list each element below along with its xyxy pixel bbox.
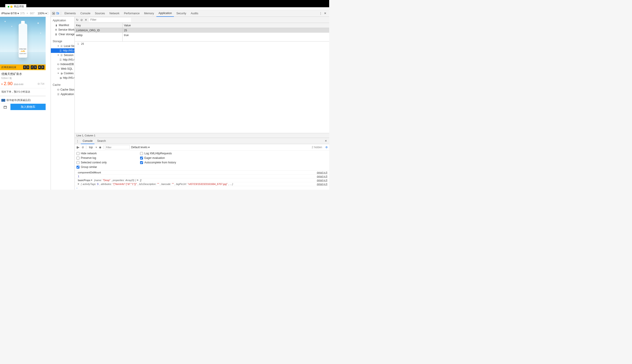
db-icon: ⛁ bbox=[57, 88, 59, 91]
sidebar-item-session-storage-origin[interactable]: ☰http://h5.m.52shangou.c bbox=[51, 58, 75, 62]
console-prompt[interactable]: › bbox=[75, 186, 329, 190]
device-select[interactable]: iPhone 6/7/8 ▾ bbox=[1, 12, 19, 15]
detail-value[interactable]: 25 bbox=[80, 42, 329, 133]
expand-icon[interactable]: ▶ bbox=[91, 179, 93, 182]
svg-rect-4 bbox=[58, 13, 59, 14]
hidden-count[interactable]: 2 hidden bbox=[312, 146, 322, 149]
drawer-tab-console[interactable]: Console bbox=[81, 138, 95, 144]
tab-elements[interactable]: Elements bbox=[63, 10, 78, 17]
sidebar-item-application-cache[interactable]: ☰Application Cache bbox=[51, 92, 75, 96]
clear-console-icon[interactable]: ⊘ bbox=[81, 146, 85, 149]
countdown-digit: 8 bbox=[41, 65, 44, 69]
tab-application[interactable]: Application bbox=[156, 10, 174, 17]
console-settings-icon[interactable]: ⚙ bbox=[325, 146, 328, 149]
browser-tab[interactable]: 商品详情 bbox=[5, 4, 26, 8]
storage-key-cell[interactable]: webp bbox=[75, 33, 122, 38]
delete-icon[interactable]: ✕ bbox=[85, 18, 87, 22]
add-to-cart-button[interactable]: 加入购物车 bbox=[11, 104, 46, 110]
product-title: 优飨天然矿泉水 bbox=[1, 72, 44, 76]
store-row[interactable]: 联华超市(西溪诚品店) bbox=[0, 97, 46, 104]
cart-icon bbox=[3, 105, 7, 109]
viewport-height[interactable]: 667 bbox=[30, 12, 35, 15]
view-count: 714 bbox=[38, 82, 44, 85]
drawer-close-icon[interactable]: × bbox=[324, 139, 328, 143]
delivery-info: 现在下单，预计1小时送达 bbox=[0, 88, 46, 97]
sidebar-item-clear-storage[interactable]: 🗑Clear storage bbox=[51, 32, 75, 36]
inspect-icon[interactable] bbox=[52, 12, 55, 15]
option-log-xhr[interactable]: Log XMLHttpRequests bbox=[140, 152, 199, 155]
sidebar-heading-cache: Cache bbox=[51, 82, 75, 87]
console-filter-input[interactable] bbox=[105, 145, 130, 149]
db-icon: ⛁ bbox=[57, 63, 59, 66]
sidebar-item-cookies-origin[interactable]: ◑http://h5.m.52shangou.c bbox=[51, 76, 75, 80]
refresh-icon[interactable]: ↻ bbox=[76, 18, 79, 22]
tab-audits[interactable]: Audits bbox=[189, 10, 200, 17]
devtools-menu-icon[interactable]: ⋮ bbox=[319, 12, 322, 15]
tab-performance[interactable]: Performance bbox=[122, 10, 142, 17]
product-spec: 518ml / 瓶 bbox=[1, 77, 44, 80]
storage-value-cell[interactable]: 25 bbox=[123, 28, 329, 33]
expand-icon[interactable]: ▶ bbox=[78, 183, 80, 186]
viewport-width[interactable]: 375 bbox=[20, 12, 25, 15]
option-autocomplete-history[interactable]: Autocomplete from history bbox=[140, 161, 199, 164]
emulator-menu-icon[interactable]: ⋮ bbox=[47, 12, 49, 15]
storage-key-cell[interactable]: LIANHUA_ORG_ID bbox=[75, 28, 122, 33]
sidebar-item-indexeddb[interactable]: ⛁IndexedDB bbox=[51, 62, 75, 66]
device-mode-icon[interactable] bbox=[56, 12, 60, 15]
storage-value-cell[interactable]: true bbox=[123, 33, 329, 38]
sidebar-item-local-storage[interactable]: ▼☰Local Storage bbox=[51, 44, 75, 48]
sidebar-item-cookies[interactable]: ▼◑Cookies bbox=[51, 71, 75, 76]
console-sidebar-icon[interactable]: ▮▸ bbox=[76, 146, 80, 149]
dimension-x-icon: × bbox=[27, 12, 28, 15]
devtools-close-icon[interactable]: ✕ bbox=[324, 12, 326, 15]
log-levels-select[interactable]: Default levels ▾ bbox=[131, 146, 150, 149]
source-link[interactable]: detail.js:8 bbox=[317, 175, 327, 178]
log-entry[interactable]: ▶ {activityTags: 9, attributes: "{"ItemI… bbox=[75, 182, 329, 186]
cart-button[interactable] bbox=[0, 104, 11, 110]
tab-sources[interactable]: Sources bbox=[93, 10, 107, 17]
currency-symbol: ¥ bbox=[1, 83, 3, 86]
line-number: 1 bbox=[75, 42, 80, 133]
cookie-icon: ◑ bbox=[60, 76, 62, 79]
option-selected-context[interactable]: Selected context only bbox=[77, 161, 136, 164]
source-link[interactable]: detail.js:8 bbox=[317, 171, 327, 174]
log-entry[interactable]: componentDidMount detail.js:8 bbox=[75, 171, 329, 174]
tab-memory[interactable]: Memory bbox=[142, 10, 156, 17]
tab-security[interactable]: Security bbox=[174, 10, 188, 17]
sidebar-item-cache-storage[interactable]: ⛁Cache Storage bbox=[51, 87, 75, 92]
chevron-down-icon: ▼ bbox=[57, 54, 59, 56]
sidebar-item-manifest[interactable]: ▮Manifest bbox=[51, 23, 75, 28]
drawer-tab-search[interactable]: Search bbox=[95, 138, 108, 144]
zoom-select[interactable]: 100% ▾ bbox=[38, 12, 47, 15]
svg-rect-1 bbox=[4, 106, 7, 108]
sidebar-item-local-storage-origin[interactable]: ☰http://h5.m.52shangou.c bbox=[51, 48, 75, 53]
tab-console[interactable]: Console bbox=[78, 10, 92, 17]
column-header-key[interactable]: Key bbox=[75, 23, 122, 28]
option-hide-network[interactable]: Hide network bbox=[77, 152, 136, 155]
context-select[interactable]: top bbox=[88, 146, 94, 149]
console-settings: Hide network Preserve log Selected conte… bbox=[75, 150, 329, 171]
original-price: 原价:3.50 bbox=[14, 83, 23, 86]
storage-filter-input[interactable] bbox=[89, 18, 131, 22]
source-link[interactable]: detail.js:8 bbox=[317, 179, 327, 182]
device-emulator: iPhone 6/7/8 ▾ 375 × 667 100% ▾ ⋮ 天然 矿泉水 bbox=[0, 10, 51, 190]
browser-chrome-redacted bbox=[0, 0, 329, 7]
drawer-menu-icon[interactable]: ⋮ bbox=[76, 139, 79, 143]
sidebar-item-session-storage[interactable]: ▼☰Session Storage bbox=[51, 53, 75, 58]
option-preserve-log[interactable]: Preserve log bbox=[77, 156, 136, 160]
column-header-value[interactable]: Value bbox=[123, 23, 329, 28]
tab-network[interactable]: Network bbox=[107, 10, 122, 17]
console-log: componentDidMount detail.js:8 1 detail.j… bbox=[75, 171, 329, 190]
sidebar-item-websql[interactable]: ⛁Web SQL bbox=[51, 66, 75, 71]
log-entry[interactable]: 1 detail.js:8 bbox=[75, 174, 329, 178]
sidebar-item-service-workers[interactable]: ⚙Service Workers bbox=[51, 28, 75, 32]
live-expression-icon[interactable]: ◉ bbox=[98, 146, 102, 149]
log-entry[interactable]: basicProps ▶ {name: "Desp", properties: … bbox=[75, 178, 329, 182]
countdown-digit: 0 bbox=[23, 65, 26, 69]
drawer-tabs: ⋮ Console Search × bbox=[75, 138, 329, 144]
option-group-similar[interactable]: Group similar bbox=[77, 166, 136, 168]
clear-icon[interactable]: ⊘ bbox=[80, 18, 83, 22]
expand-icon[interactable]: ▶ bbox=[137, 179, 139, 182]
source-link[interactable]: detail.js:8 bbox=[317, 183, 327, 186]
option-eager-evaluation[interactable]: Eager evaluation bbox=[140, 156, 199, 160]
